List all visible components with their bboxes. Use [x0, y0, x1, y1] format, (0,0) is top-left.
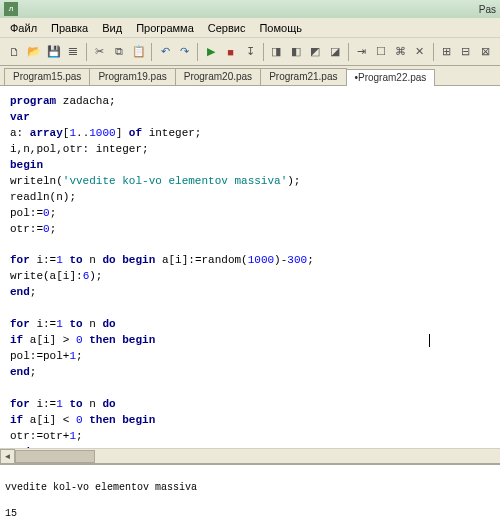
redo-button[interactable]: ↷	[176, 42, 194, 62]
titlebar: л Pas	[0, 0, 500, 18]
scroll-left-icon[interactable]: ◄	[0, 449, 15, 464]
horizontal-scrollbar[interactable]: ◄	[0, 448, 500, 463]
menu-help[interactable]: Помощь	[253, 20, 308, 36]
cls-button[interactable]: ☐	[372, 42, 390, 62]
tab-program19[interactable]: Program19.pas	[89, 68, 175, 85]
text-cursor	[429, 334, 430, 347]
debug3-button[interactable]: ◩	[307, 42, 325, 62]
debug2-button[interactable]: ◧	[287, 42, 305, 62]
tab-program20[interactable]: Program20.pas	[175, 68, 261, 85]
separator	[86, 43, 87, 61]
separator	[433, 43, 434, 61]
menubar: Файл Правка Вид Программа Сервис Помощь	[0, 18, 500, 38]
separator	[151, 43, 152, 61]
cut-button[interactable]: ✂	[91, 42, 109, 62]
debug4-button[interactable]: ◪	[326, 42, 344, 62]
undo-button[interactable]: ↶	[156, 42, 174, 62]
open-button[interactable]: 📂	[26, 42, 44, 62]
toolbar: 🗋 📂 💾 𝌆 ✂ ⧉ 📋 ↶ ↷ ▶ ■ ↧ ◨ ◧ ◩ ◪ ⇥ ☐ ⌘ ✕ …	[0, 38, 500, 66]
output-panel: vvedite kol-vo elementov massiva 15 -264…	[0, 463, 500, 521]
output-line: 15	[5, 507, 495, 520]
paste-button[interactable]: 📋	[130, 42, 148, 62]
trace-button[interactable]: ⇥	[353, 42, 371, 62]
separator	[348, 43, 349, 61]
window3-button[interactable]: ⊠	[477, 42, 495, 62]
titlebar-text: Pas	[479, 4, 496, 15]
menu-program[interactable]: Программа	[130, 20, 200, 36]
close-button[interactable]: ✕	[411, 42, 429, 62]
save-button[interactable]: 💾	[45, 42, 63, 62]
tab-program21[interactable]: Program21.pas	[260, 68, 346, 85]
separator	[263, 43, 264, 61]
app-icon: л	[4, 2, 18, 16]
new-button[interactable]: 🗋	[6, 42, 24, 62]
scroll-thumb[interactable]	[15, 450, 95, 463]
output-line: vvedite kol-vo elementov massiva	[5, 481, 495, 494]
code-editor[interactable]: program zadacha; var a: array[1..1000] o…	[0, 86, 500, 448]
tabbar: Program15.pas Program19.pas Program20.pa…	[0, 66, 500, 86]
stop-button[interactable]: ■	[222, 42, 240, 62]
separator	[197, 43, 198, 61]
window2-button[interactable]: ⊟	[457, 42, 475, 62]
tab-program22[interactable]: •Program22.pas	[346, 69, 436, 86]
copy-button[interactable]: ⧉	[110, 42, 128, 62]
menu-edit[interactable]: Правка	[45, 20, 94, 36]
window1-button[interactable]: ⊞	[438, 42, 456, 62]
font-button[interactable]: ⌘	[392, 42, 410, 62]
debug1-button[interactable]: ◨	[268, 42, 286, 62]
tab-program15[interactable]: Program15.pas	[4, 68, 90, 85]
run-button[interactable]: ▶	[202, 42, 220, 62]
menu-file[interactable]: Файл	[4, 20, 43, 36]
saveall-button[interactable]: 𝌆	[65, 42, 83, 62]
stepinto-button[interactable]: ↧	[241, 42, 259, 62]
menu-view[interactable]: Вид	[96, 20, 128, 36]
menu-service[interactable]: Сервис	[202, 20, 252, 36]
